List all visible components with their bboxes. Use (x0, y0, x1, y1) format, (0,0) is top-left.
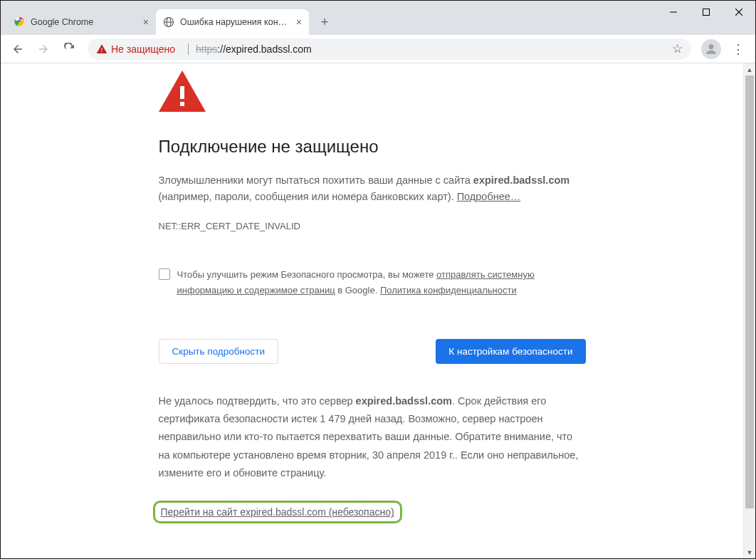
page-heading: Подключение не защищено (159, 137, 586, 157)
vertical-scrollbar[interactable]: ▲ ▼ (743, 63, 755, 558)
privacy-policy-link[interactable]: Политика конфиденциальности (380, 285, 517, 296)
titlebar: Google Chrome × Ошибка нарушения конфиде… (1, 1, 755, 35)
warning-triangle-icon (96, 43, 107, 55)
warning-paragraph: Злоумышленники могут пытаться похитить в… (159, 172, 586, 205)
scroll-up-icon[interactable]: ▲ (744, 63, 755, 75)
opt-in-checkbox[interactable] (159, 268, 170, 280)
window-controls (657, 1, 755, 23)
url-text: https://expired.badssl.com (196, 43, 312, 55)
back-to-safety-button[interactable]: К настройкам безопасности (436, 339, 585, 364)
maximize-button[interactable] (690, 1, 723, 23)
proceed-unsafe-link[interactable]: Перейти на сайт expired.badssl.com (небе… (153, 501, 402, 523)
address-bar[interactable]: Не защищено https://expired.badssl.com ☆ (88, 38, 691, 60)
warning-icon (159, 70, 586, 112)
security-label: Не защищено (111, 43, 175, 55)
close-button[interactable] (723, 1, 755, 23)
tab-google-chrome[interactable]: Google Chrome × (6, 9, 156, 35)
hide-details-button[interactable]: Скрыть подробности (159, 339, 278, 364)
scroll-down-icon[interactable]: ▼ (744, 546, 755, 558)
page-content: Подключение не защищено Злоумышленники м… (1, 63, 743, 558)
profile-avatar[interactable] (701, 39, 721, 59)
new-tab-button[interactable]: + (315, 12, 335, 32)
learn-more-link[interactable]: Подробнее… (457, 191, 521, 202)
minimize-button[interactable] (657, 1, 690, 23)
bookmark-star-icon[interactable]: ☆ (672, 41, 683, 56)
tab-privacy-error[interactable]: Ошибка нарушения конфиденц × (156, 9, 309, 35)
forward-button[interactable] (32, 38, 55, 61)
tab-title: Ошибка нарушения конфиденц (180, 17, 292, 27)
close-icon[interactable]: × (143, 16, 149, 28)
details-paragraph: Не удалось подтвердить, что это сервер e… (159, 392, 586, 483)
scrollbar-thumb[interactable] (745, 75, 754, 508)
svg-rect-6 (703, 9, 710, 16)
globe-icon (163, 16, 174, 28)
reload-button[interactable] (58, 38, 80, 61)
security-indicator[interactable]: Не защищено (96, 43, 175, 55)
close-icon[interactable]: × (296, 16, 302, 28)
tab-title: Google Chrome (31, 17, 139, 27)
back-button[interactable] (6, 38, 29, 61)
separator (188, 43, 189, 55)
svg-rect-11 (180, 102, 184, 106)
svg-rect-10 (180, 86, 184, 99)
error-code: NET::ERR_CERT_DATE_INVALID (159, 221, 586, 231)
toolbar: Не защищено https://expired.badssl.com ☆… (1, 35, 755, 63)
svg-point-9 (709, 44, 714, 49)
opt-in-row: Чтобы улучшить режим Безопасного просмот… (159, 267, 557, 298)
menu-button[interactable]: ⋮ (727, 38, 750, 61)
chrome-icon (14, 16, 25, 28)
button-row: Скрыть подробности К настройкам безопасн… (159, 339, 586, 364)
